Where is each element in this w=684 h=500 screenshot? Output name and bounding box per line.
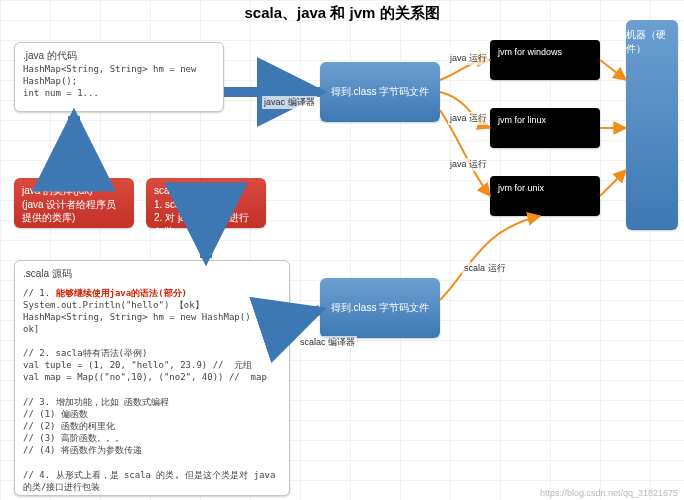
java-run-label-1: java 运行 <box>448 52 489 65</box>
class-file-node-java: 得到.class 字节码文件 <box>320 62 440 122</box>
jdk-line1: java 的类库(jdk) <box>22 184 126 198</box>
scala-heading: .scala 源码 <box>23 267 281 281</box>
java-run-label-2: java 运行 <box>448 112 489 125</box>
jvm-linux-box: jvm for linux <box>490 108 600 148</box>
javac-label: javac 编译器 <box>262 96 317 109</box>
sdk-box: scala 的类库(sdk) 1. scala 特有类库 2. 对 java 的… <box>146 178 266 228</box>
scala-source-box: .scala 源码 // 1. 能够继续使用java的语法(部分) System… <box>14 260 290 496</box>
diagram-title: scala、java 和 jvm 的关系图 <box>0 4 684 23</box>
jdk-box: java 的类库(jdk) (java 设计者给程序员提供的类库) <box>14 178 134 228</box>
jvm-windows-label: jvm for windows <box>498 47 562 57</box>
jdk-line2: (java 设计者给程序员提供的类库) <box>22 198 126 225</box>
hardware-box: 机器（硬件） <box>626 20 678 230</box>
jvm-unix-box: jvm for unix <box>490 176 600 216</box>
java-source-heading: .java 的代码 <box>23 49 215 63</box>
scala-code: // 1. 能够继续使用java的语法(部分) System.out.Print… <box>23 287 281 501</box>
java-run-label-3: java 运行 <box>448 158 489 171</box>
jvm-linux-label: jvm for linux <box>498 115 546 125</box>
jvm-unix-label: jvm for unix <box>498 183 544 193</box>
watermark: https://blog.csdn.net/qq_31821675 <box>540 488 678 498</box>
class-file-node-scala: 得到.class 字节码文件 <box>320 278 440 338</box>
java-source-code: HashMap<String, String> hm = new HashMap… <box>23 63 215 99</box>
scala-run-label: scala 运行 <box>462 262 508 275</box>
hardware-label: 机器（硬件） <box>626 28 678 55</box>
jvm-windows-box: jvm for windows <box>490 40 600 80</box>
sdk-line3: 2. 对 java 的类的进行包装 <box>154 211 258 238</box>
sdk-line2: 1. scala 特有类库 <box>154 198 258 212</box>
class-file2-label: 得到.class 字节码文件 <box>331 301 429 315</box>
class-file1-label: 得到.class 字节码文件 <box>331 85 429 99</box>
scalac-label: scalac 编译器 <box>298 336 357 349</box>
java-source-box: .java 的代码 HashMap<String, String> hm = n… <box>14 42 224 112</box>
sdk-line1: scala 的类库(sdk) <box>154 184 258 198</box>
